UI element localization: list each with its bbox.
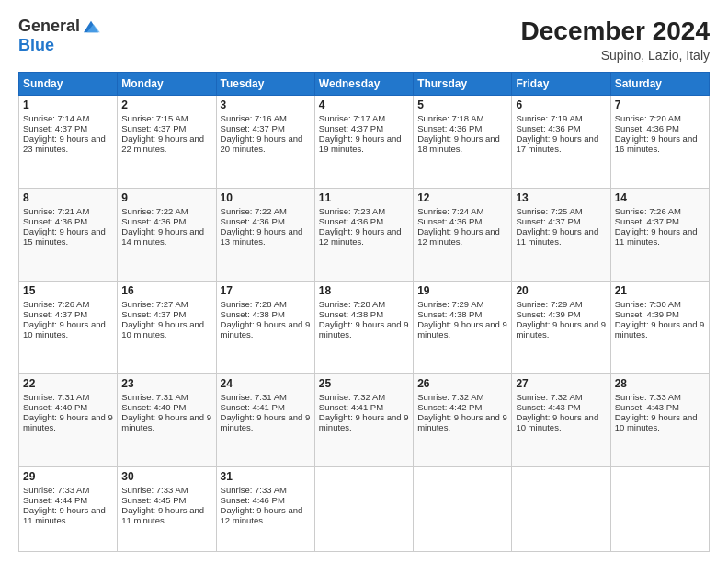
header-friday: Friday: [512, 73, 610, 96]
calendar-cell: 22 Sunrise: 7:31 AM Sunset: 4:40 PM Dayl…: [19, 374, 118, 467]
calendar-cell: 28 Sunrise: 7:33 AM Sunset: 4:43 PM Dayl…: [610, 374, 709, 467]
sunset-label: Sunset: 4:37 PM: [121, 309, 186, 319]
sunset-label: Sunset: 4:36 PM: [319, 216, 383, 226]
calendar-cell: 7 Sunrise: 7:20 AM Sunset: 4:36 PM Dayli…: [610, 96, 709, 189]
sunset-label: Sunset: 4:36 PM: [516, 123, 580, 133]
day-number: 23: [121, 377, 211, 390]
daylight-label: Daylight: 9 hours and 10 minutes.: [23, 319, 106, 339]
daylight-label: Daylight: 9 hours and 22 minutes.: [121, 133, 204, 154]
sunrise-label: Sunrise: 7:19 AM: [516, 113, 582, 123]
calendar-cell: 20 Sunrise: 7:29 AM Sunset: 4:39 PM Dayl…: [512, 282, 610, 374]
logo: General Blue: [18, 17, 100, 55]
sunset-label: Sunset: 4:37 PM: [516, 216, 580, 226]
day-number: 5: [417, 98, 507, 111]
sunset-label: Sunset: 4:36 PM: [221, 216, 285, 226]
calendar-cell: [414, 467, 512, 552]
header-sunday: Sunday: [19, 73, 118, 96]
title-block: December 2024 Supino, Lazio, Italy: [521, 17, 710, 63]
calendar-cell: 8 Sunrise: 7:21 AM Sunset: 4:36 PM Dayli…: [19, 189, 118, 282]
daylight-label: Daylight: 9 hours and 9 minutes.: [319, 319, 409, 339]
calendar-cell: 11 Sunrise: 7:23 AM Sunset: 4:36 PM Dayl…: [314, 189, 413, 282]
sunrise-label: Sunrise: 7:26 AM: [615, 206, 681, 216]
daylight-label: Daylight: 9 hours and 10 minutes.: [516, 412, 598, 432]
page: General Blue December 2024 Supino, Lazio…: [0, 0, 728, 563]
sunset-label: Sunset: 4:46 PM: [221, 495, 285, 505]
daylight-label: Daylight: 9 hours and 9 minutes.: [417, 319, 507, 339]
sunset-label: Sunset: 4:37 PM: [23, 309, 87, 319]
sunset-label: Sunset: 4:37 PM: [615, 216, 679, 226]
sunrise-label: Sunrise: 7:22 AM: [221, 206, 287, 216]
daylight-label: Daylight: 9 hours and 9 minutes.: [221, 319, 311, 339]
sunrise-label: Sunrise: 7:31 AM: [121, 392, 188, 402]
sunrise-label: Sunrise: 7:14 AM: [23, 113, 89, 123]
header-wednesday: Wednesday: [314, 73, 413, 96]
daylight-label: Daylight: 9 hours and 14 minutes.: [121, 226, 204, 247]
sunrise-label: Sunrise: 7:16 AM: [221, 113, 287, 123]
sunrise-label: Sunrise: 7:33 AM: [615, 392, 681, 402]
calendar-cell: 25 Sunrise: 7:32 AM Sunset: 4:41 PM Dayl…: [314, 374, 413, 467]
calendar-week-4: 22 Sunrise: 7:31 AM Sunset: 4:40 PM Dayl…: [19, 374, 710, 467]
day-number: 21: [615, 284, 705, 297]
day-number: 16: [121, 284, 211, 297]
logo-icon: [82, 19, 100, 34]
day-number: 24: [221, 377, 311, 390]
day-number: 29: [23, 470, 113, 483]
day-number: 28: [615, 377, 705, 390]
sunset-label: Sunset: 4:38 PM: [319, 309, 383, 319]
day-number: 10: [221, 191, 311, 204]
daylight-label: Daylight: 9 hours and 11 minutes.: [23, 505, 106, 525]
sunrise-label: Sunrise: 7:33 AM: [221, 485, 287, 495]
sunrise-label: Sunrise: 7:15 AM: [121, 113, 188, 123]
sunset-label: Sunset: 4:37 PM: [23, 123, 87, 133]
sunset-label: Sunset: 4:36 PM: [23, 216, 87, 226]
sunset-label: Sunset: 4:37 PM: [221, 123, 285, 133]
daylight-label: Daylight: 9 hours and 10 minutes.: [615, 412, 698, 432]
calendar-cell: 3 Sunrise: 7:16 AM Sunset: 4:37 PM Dayli…: [216, 96, 314, 189]
daylight-label: Daylight: 9 hours and 9 minutes.: [615, 319, 705, 339]
sunset-label: Sunset: 4:36 PM: [615, 123, 679, 133]
sunset-label: Sunset: 4:40 PM: [23, 402, 87, 412]
sunrise-label: Sunrise: 7:23 AM: [319, 206, 385, 216]
daylight-label: Daylight: 9 hours and 9 minutes.: [319, 412, 409, 432]
daylight-label: Daylight: 9 hours and 16 minutes.: [615, 133, 698, 154]
sunrise-label: Sunrise: 7:31 AM: [221, 392, 287, 402]
calendar-cell: 23 Sunrise: 7:31 AM Sunset: 4:40 PM Dayl…: [118, 374, 216, 467]
calendar-cell: 24 Sunrise: 7:31 AM Sunset: 4:41 PM Dayl…: [216, 374, 314, 467]
header-monday: Monday: [118, 73, 216, 96]
sunset-label: Sunset: 4:36 PM: [417, 123, 482, 133]
day-number: 15: [23, 284, 113, 297]
day-number: 7: [615, 98, 705, 111]
sunrise-label: Sunrise: 7:27 AM: [121, 299, 188, 309]
daylight-label: Daylight: 9 hours and 20 minutes.: [221, 133, 303, 154]
day-number: 18: [319, 284, 409, 297]
header: General Blue December 2024 Supino, Lazio…: [18, 17, 710, 63]
daylight-label: Daylight: 9 hours and 9 minutes.: [23, 412, 113, 432]
daylight-label: Daylight: 9 hours and 9 minutes.: [121, 412, 211, 432]
daylight-label: Daylight: 9 hours and 12 minutes.: [319, 226, 402, 247]
sunrise-label: Sunrise: 7:26 AM: [23, 299, 89, 309]
header-tuesday: Tuesday: [216, 73, 314, 96]
daylight-label: Daylight: 9 hours and 11 minutes.: [516, 226, 598, 247]
calendar-cell: [610, 467, 709, 552]
sunset-label: Sunset: 4:42 PM: [417, 402, 482, 412]
sunset-label: Sunset: 4:41 PM: [221, 402, 285, 412]
calendar: Sunday Monday Tuesday Wednesday Thursday…: [18, 72, 710, 552]
header-thursday: Thursday: [414, 73, 512, 96]
daylight-label: Daylight: 9 hours and 15 minutes.: [23, 226, 106, 247]
calendar-cell: 31 Sunrise: 7:33 AM Sunset: 4:46 PM Dayl…: [216, 467, 314, 552]
calendar-cell: 4 Sunrise: 7:17 AM Sunset: 4:37 PM Dayli…: [314, 96, 413, 189]
day-number: 14: [615, 191, 705, 204]
calendar-cell: 10 Sunrise: 7:22 AM Sunset: 4:36 PM Dayl…: [216, 189, 314, 282]
daylight-label: Daylight: 9 hours and 19 minutes.: [319, 133, 402, 154]
sunset-label: Sunset: 4:38 PM: [221, 309, 285, 319]
day-number: 25: [319, 377, 409, 390]
calendar-cell: 21 Sunrise: 7:30 AM Sunset: 4:39 PM Dayl…: [610, 282, 709, 374]
daylight-label: Daylight: 9 hours and 18 minutes.: [417, 133, 500, 154]
header-saturday: Saturday: [610, 73, 709, 96]
day-number: 4: [319, 98, 409, 111]
calendar-week-3: 15 Sunrise: 7:26 AM Sunset: 4:37 PM Dayl…: [19, 282, 710, 374]
daylight-label: Daylight: 9 hours and 11 minutes.: [121, 505, 204, 525]
day-number: 13: [516, 191, 606, 204]
month-title: December 2024: [521, 17, 710, 46]
sunrise-label: Sunrise: 7:17 AM: [319, 113, 385, 123]
